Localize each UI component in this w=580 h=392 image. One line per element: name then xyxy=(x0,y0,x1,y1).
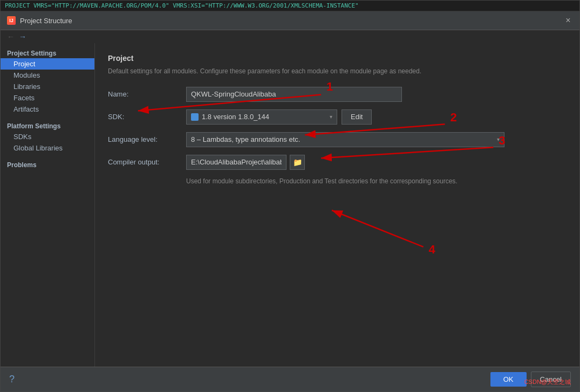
sdk-icon xyxy=(191,113,199,121)
lang-row: Language level: 8 – Lambdas, type annota… xyxy=(108,132,567,147)
svg-line-4 xyxy=(332,210,424,247)
lang-value: 8 – Lambdas, type annotations etc. xyxy=(191,135,300,143)
project-settings-label: Project Settings xyxy=(1,47,94,58)
sidebar-item-facets[interactable]: Facets xyxy=(1,92,94,104)
sdk-select-inner: 1.8 version 1.8.0_144 xyxy=(191,113,330,121)
compiler-label: Compiler output: xyxy=(108,158,186,166)
intellij-icon: IJ xyxy=(7,16,16,25)
sdk-controls: 1.8 version 1.8.0_144 ▾ Edit xyxy=(186,109,372,125)
section-desc: Default settings for all modules. Config… xyxy=(108,67,567,76)
compiler-output-input[interactable] xyxy=(186,155,286,170)
sidebar-item-project[interactable]: Project xyxy=(1,58,94,70)
compiler-row: Compiler output: 📁 xyxy=(108,155,567,170)
content-area: Project Default settings for all modules… xyxy=(95,43,579,367)
problems-label: Problems xyxy=(1,159,94,170)
code-bar: PROJECT VMRS="HTTP://MAVEN.APACHE.ORG/PO… xyxy=(1,1,579,11)
forward-arrow[interactable]: → xyxy=(19,32,26,41)
compiler-output-row: 📁 xyxy=(186,155,305,170)
close-button[interactable]: × xyxy=(563,16,573,25)
name-row: Name: xyxy=(108,87,567,102)
sdk-row: SDK: 1.8 version 1.8.0_144 ▾ Edit xyxy=(108,109,567,125)
dialog-actions: OK Cancel xyxy=(490,372,571,387)
name-input[interactable] xyxy=(186,87,402,102)
dialog-title: Project Structure xyxy=(20,17,72,25)
folder-icon: 📁 xyxy=(293,158,302,167)
sidebar-item-sdks[interactable]: SDKs xyxy=(1,131,94,142)
sidebar-item-modules[interactable]: Modules xyxy=(1,70,94,81)
sidebar-item-artifacts[interactable]: Artifacts xyxy=(1,104,94,115)
folder-button[interactable]: 📁 xyxy=(290,155,305,170)
sdk-edit-button[interactable]: Edit xyxy=(342,109,372,125)
nav-arrows: ← → xyxy=(1,30,579,43)
bottom-bar: ? OK Cancel xyxy=(1,367,579,391)
section-title: Project xyxy=(108,54,567,63)
sdk-value: 1.8 version 1.8.0_144 xyxy=(202,113,269,121)
main-content: Project Settings Project Modules Librari… xyxy=(1,43,579,367)
lang-dropdown[interactable]: 8 – Lambdas, type annotations etc. ▾ xyxy=(186,132,504,147)
title-bar-left: IJ Project Structure xyxy=(7,16,72,25)
project-structure-dialog: PROJECT VMRS="HTTP://MAVEN.APACHE.ORG/PO… xyxy=(0,0,580,392)
sidebar-item-global-libraries[interactable]: Global Libraries xyxy=(1,142,94,154)
name-label: Name: xyxy=(108,90,186,98)
compiler-hint: Used for module subdirectories, Producti… xyxy=(186,177,567,185)
sidebar-item-libraries[interactable]: Libraries xyxy=(1,81,94,92)
cancel-button[interactable]: Cancel xyxy=(531,372,571,387)
annotation-4: 4 xyxy=(429,243,436,256)
sdk-dropdown-arrow: ▾ xyxy=(330,114,332,120)
platform-settings-label: Platform Settings xyxy=(1,120,94,131)
title-bar: IJ Project Structure × xyxy=(1,11,579,30)
back-arrow[interactable]: ← xyxy=(7,32,15,41)
sdk-dropdown[interactable]: 1.8 version 1.8.0_144 ▾ xyxy=(186,109,337,125)
lang-dropdown-arrow: ▾ xyxy=(497,136,500,142)
sidebar: Project Settings Project Modules Librari… xyxy=(1,43,95,367)
sdk-label: SDK: xyxy=(108,113,186,121)
lang-label: Language level: xyxy=(108,135,186,143)
ok-button[interactable]: OK xyxy=(490,372,527,387)
help-button[interactable]: ? xyxy=(9,374,15,385)
